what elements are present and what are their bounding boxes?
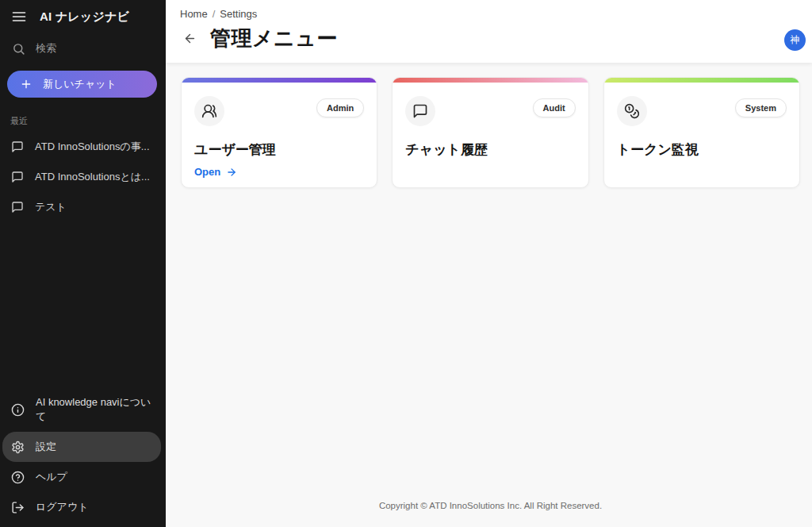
chat-bubble-icon bbox=[11, 171, 24, 183]
card-body: Admin ユーザー管理 Open bbox=[182, 83, 377, 188]
sidebar-item-about[interactable]: AI knowledge naviについて bbox=[0, 387, 166, 432]
open-link[interactable]: Open bbox=[194, 166, 237, 178]
breadcrumb-separator: / bbox=[213, 8, 216, 20]
search-label: 検索 bbox=[36, 41, 56, 56]
chat-item[interactable]: ATD InnoSolutionsの事... bbox=[0, 132, 166, 162]
menu-toggle-button[interactable] bbox=[10, 7, 29, 26]
sidebar-item-label: ヘルプ bbox=[36, 470, 67, 484]
help-icon bbox=[11, 471, 25, 484]
main-area: Home / Settings 管理メニュー 神 Admin bbox=[166, 0, 812, 527]
sidebar-item-label: ログアウト bbox=[36, 500, 89, 514]
chat-item-label: テスト bbox=[35, 200, 67, 214]
hamburger-icon bbox=[11, 9, 27, 25]
content-area: Admin ユーザー管理 Open Aud bbox=[166, 63, 812, 527]
logout-icon bbox=[11, 501, 25, 514]
title-row: 管理メニュー bbox=[180, 25, 798, 52]
chat-item[interactable]: ATD InnoSolutionsとは... bbox=[0, 162, 166, 192]
sidebar-item-label: AI knowledge naviについて bbox=[36, 395, 155, 424]
sidebar-item-label: 設定 bbox=[36, 440, 56, 454]
gear-icon bbox=[11, 440, 25, 454]
card-body: Audit チャット履歴 bbox=[393, 83, 588, 168]
chat-bubble-icon bbox=[11, 140, 24, 153]
card-token-monitoring[interactable]: System トークン監視 bbox=[603, 77, 800, 188]
card-chat-history[interactable]: Audit チャット履歴 bbox=[392, 77, 588, 188]
card-title: チャット履歴 bbox=[405, 140, 575, 159]
card-body: System トークン監視 bbox=[604, 83, 799, 168]
recent-section-label: 最近 bbox=[0, 115, 166, 127]
admin-card-grid: Admin ユーザー管理 Open Aud bbox=[181, 77, 800, 188]
copyright-text: Copyright © ATD InnoSolutions Inc. All R… bbox=[181, 501, 800, 527]
sidebar-footer-nav: AI knowledge naviについて 設定 ヘルプ ログアウト bbox=[0, 387, 166, 527]
sidebar-item-settings[interactable]: 設定 bbox=[2, 432, 161, 462]
card-badge: System bbox=[735, 98, 787, 117]
chat-list: ATD InnoSolutionsの事... ATD InnoSolutions… bbox=[0, 132, 166, 222]
chat-item-label: ATD InnoSolutionsの事... bbox=[35, 140, 150, 154]
breadcrumb-current: Settings bbox=[220, 8, 257, 20]
card-badge: Admin bbox=[316, 98, 364, 117]
breadcrumb: Home / Settings bbox=[180, 8, 798, 20]
sidebar-spacer bbox=[0, 222, 166, 387]
search-button[interactable]: 検索 bbox=[0, 35, 166, 62]
card-title: トークン監視 bbox=[617, 140, 787, 159]
page-title: 管理メニュー bbox=[210, 25, 338, 52]
app-title: AI ナレッジナビ bbox=[40, 10, 129, 25]
chat-item-label: ATD InnoSolutionsとは... bbox=[35, 170, 150, 184]
coins-icon bbox=[617, 96, 647, 126]
chat-bubble-icon bbox=[405, 96, 435, 126]
arrow-right-icon bbox=[226, 167, 237, 178]
new-chat-button[interactable]: 新しいチャット bbox=[7, 71, 157, 98]
chat-bubble-icon bbox=[11, 201, 24, 213]
arrow-left-icon bbox=[183, 32, 197, 45]
chat-item[interactable]: テスト bbox=[0, 192, 166, 222]
card-badge: Audit bbox=[533, 98, 576, 117]
users-icon bbox=[194, 96, 224, 126]
back-button[interactable] bbox=[180, 30, 200, 47]
page-header: Home / Settings 管理メニュー 神 bbox=[166, 0, 812, 63]
open-link-label: Open bbox=[194, 166, 220, 178]
sidebar-item-logout[interactable]: ログアウト bbox=[0, 492, 166, 522]
user-avatar[interactable]: 神 bbox=[784, 29, 806, 51]
info-icon bbox=[11, 403, 25, 417]
sidebar-item-help[interactable]: ヘルプ bbox=[0, 462, 166, 492]
card-title: ユーザー管理 bbox=[194, 140, 364, 159]
sidebar-header: AI ナレッジナビ bbox=[0, 0, 166, 33]
plus-icon bbox=[20, 78, 33, 90]
breadcrumb-home[interactable]: Home bbox=[180, 8, 208, 20]
search-icon bbox=[12, 42, 25, 56]
new-chat-label: 新しいチャット bbox=[43, 77, 117, 91]
card-user-management[interactable]: Admin ユーザー管理 Open bbox=[181, 77, 377, 188]
sidebar: AI ナレッジナビ 検索 新しいチャット 最近 ATD InnoSolution… bbox=[0, 0, 166, 527]
